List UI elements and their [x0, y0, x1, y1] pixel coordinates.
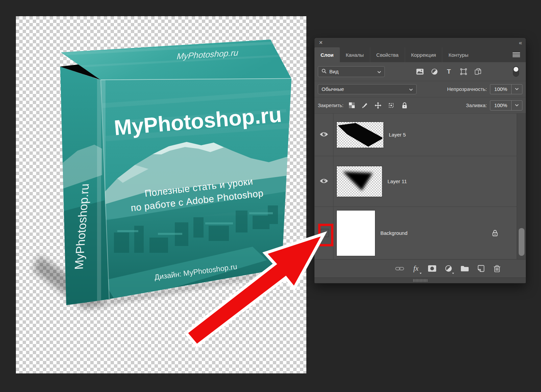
lock-paint-brush-icon[interactable]: [360, 101, 369, 110]
new-group-folder-icon[interactable]: [460, 264, 469, 273]
link-layers-icon[interactable]: [395, 264, 404, 273]
panel-header: ✕ «: [314, 38, 526, 47]
filter-kind-dropdown[interactable]: Вид: [318, 66, 385, 77]
chevron-down-icon: [377, 69, 381, 74]
toggle-knob: [514, 67, 518, 72]
tab-paths[interactable]: Контуры: [442, 47, 474, 62]
visibility-cell[interactable]: [314, 114, 333, 156]
lock-all-icon[interactable]: [400, 101, 409, 110]
opacity-field: 100%: [490, 84, 522, 94]
filter-shape-layers-icon[interactable]: [459, 67, 468, 76]
fx-dropdown-arrow-icon: [420, 273, 422, 274]
filter-on-off-toggle[interactable]: [513, 66, 519, 77]
opacity-dropdown-button[interactable]: [511, 84, 522, 94]
lock-transparency-icon[interactable]: [347, 101, 356, 110]
eye-icon: [320, 178, 328, 185]
filter-adjustment-layers-icon[interactable]: [430, 67, 439, 76]
filter-type-layers-icon[interactable]: T: [445, 67, 453, 76]
layer-thumbnail[interactable]: [336, 166, 382, 197]
layer-style-fx-icon[interactable]: fx: [411, 264, 420, 273]
layer-lock-icon: [492, 229, 498, 237]
lock-row: Закрепить: Заливка: 100%: [314, 97, 526, 114]
lock-buttons: [347, 101, 409, 110]
lock-position-icon[interactable]: [374, 101, 382, 110]
filter-kind-label: Вид: [329, 69, 338, 74]
layers-panel: ✕ « Слои Каналы Свойства Коррекция Конту…: [314, 38, 526, 283]
collapse-panel-icon[interactable]: «: [519, 40, 521, 46]
chevron-down-icon: [409, 86, 413, 92]
panel-menu-icon[interactable]: [512, 50, 521, 59]
layer-row-layer-5[interactable]: Layer 5: [314, 114, 526, 156]
lock-label: Закрепить:: [318, 102, 344, 108]
tab-adjustments[interactable]: Коррекция: [405, 47, 442, 62]
filter-row: Вид T: [314, 62, 526, 81]
adjustment-dropdown-arrow-icon: [452, 273, 454, 274]
layer-name[interactable]: Background: [380, 230, 407, 236]
delete-layer-trash-icon[interactable]: [493, 264, 501, 273]
scrollbar-thumb[interactable]: [519, 228, 524, 256]
eye-icon: [320, 131, 328, 138]
blend-mode-value: Обычные: [322, 86, 344, 92]
panel-tabs: Слои Каналы Свойства Коррекция Контуры: [314, 47, 526, 62]
blend-mode-row: Обычные Непрозрачность: 100%: [314, 81, 526, 97]
fill-field: 100%: [490, 100, 522, 111]
opacity-label: Непрозрачность:: [447, 86, 487, 92]
document-canvas[interactable]: MyPhotoshop.ru MyPhotoshop.ru Полезные с…: [16, 16, 306, 373]
layers-list: Layer 5 Layer 11 Background: [314, 114, 526, 260]
blend-mode-dropdown[interactable]: Обычные: [318, 84, 417, 94]
panel-resize-grip[interactable]: [413, 279, 427, 282]
lock-artboard-icon[interactable]: [387, 101, 396, 110]
fill-dropdown-button[interactable]: [511, 101, 522, 110]
search-icon: [322, 69, 327, 75]
highlight-rectangle: [318, 224, 333, 246]
filter-pixel-layers-icon[interactable]: [416, 67, 424, 76]
tab-layers[interactable]: Слои: [314, 47, 340, 62]
new-layer-icon[interactable]: [476, 264, 485, 273]
filter-type-icons: T: [416, 67, 483, 76]
layer-thumbnail[interactable]: [336, 122, 384, 148]
filter-smart-objects-icon[interactable]: [474, 67, 483, 76]
layer-name[interactable]: Layer 5: [389, 132, 406, 138]
tab-spacer: [474, 47, 526, 62]
panel-footer: [314, 278, 526, 283]
tab-channels[interactable]: Каналы: [340, 47, 370, 62]
scrollbar-track[interactable]: [517, 114, 526, 259]
canvas-scene: MyPhotoshop.ru MyPhotoshop.ru Полезные с…: [16, 16, 306, 373]
fill-value[interactable]: 100%: [490, 101, 511, 110]
layer-row-layer-11[interactable]: Layer 11: [314, 156, 526, 207]
fill-label: Заливка:: [466, 102, 487, 108]
new-adjustment-layer-icon[interactable]: [444, 264, 453, 273]
layer-row-background[interactable]: Background: [314, 207, 526, 259]
panel-toolbar: fx: [314, 260, 526, 278]
tab-properties[interactable]: Свойства: [370, 47, 405, 62]
layer-thumbnail[interactable]: [336, 210, 375, 256]
close-icon[interactable]: ✕: [319, 40, 323, 45]
visibility-cell[interactable]: [314, 156, 333, 206]
opacity-value[interactable]: 100%: [490, 84, 511, 94]
layer-name[interactable]: Layer 11: [387, 178, 407, 184]
add-layer-mask-icon[interactable]: [428, 264, 437, 273]
